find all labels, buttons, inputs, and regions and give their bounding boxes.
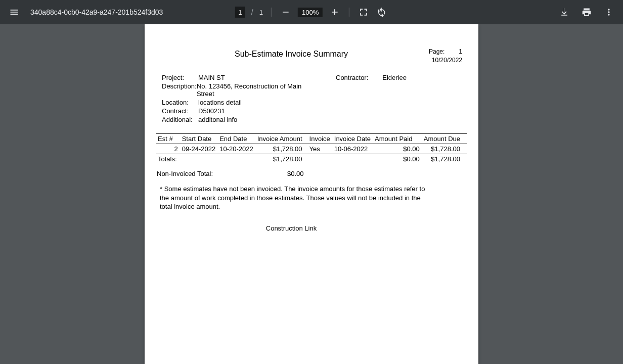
page-info: Page: 1 10/20/2022 [429, 48, 462, 65]
cell-invoice: Yes [304, 144, 332, 154]
pdf-viewer[interactable]: Sub-Estimate Invoice Summary Page: 1 10/… [0, 24, 623, 364]
totals-invoice-amount: $1,728.00 [255, 154, 304, 164]
page-label: Page: [429, 48, 444, 56]
estimates-table: Est # Start Date End Date Invoice Amount… [156, 133, 467, 164]
non-invoiced-row: Non-Invoiced Total: $0.00 [156, 170, 467, 177]
totals-label: Totals: [156, 154, 217, 164]
non-invoiced-value: $0.00 [287, 170, 300, 177]
col-est: Est # [156, 134, 180, 144]
pdf-toolbar: 340a88c4-0cb0-42a9-a247-201b524f3d03 / 1… [0, 0, 623, 24]
totals-amount-due: $1,728.00 [422, 154, 467, 164]
contract-value: D500231 [198, 107, 225, 115]
col-amount-due: Amount Due [422, 134, 467, 144]
additional-label: Additional: [162, 116, 198, 123]
zoom-out-icon[interactable] [280, 6, 292, 18]
page-number-input[interactable] [235, 7, 245, 18]
contractor-label: Contractor: [336, 74, 368, 124]
contractor-value: Elderlee [382, 74, 407, 124]
divider [271, 8, 272, 17]
fit-page-icon[interactable] [358, 6, 370, 18]
zoom-in-icon[interactable] [329, 6, 341, 18]
col-amount-paid: Amount Paid [373, 134, 422, 144]
col-end: End Date [217, 134, 255, 144]
contract-label: Contract: [162, 107, 198, 115]
table-row: 2 09-24-2022 10-20-2022 $1,728.00 Yes 10… [156, 144, 467, 154]
totals-row: Totals: $1,728.00 $0.00 $1,728.00 [156, 154, 467, 164]
project-value: MAIN ST [198, 74, 225, 81]
more-icon[interactable] [603, 6, 615, 18]
col-invoice-date: Invoice Date [332, 134, 373, 144]
page-number: 1 [459, 48, 462, 56]
zoom-level[interactable]: 100% [298, 8, 323, 17]
page-separator: / [251, 8, 253, 16]
footnote: * Some estimates have not been invoiced.… [156, 185, 467, 211]
totals-amount-paid: $0.00 [373, 154, 422, 164]
document-title: Sub-Estimate Invoice Summary [136, 50, 447, 59]
description-label: Description: [162, 82, 197, 98]
col-invoice: Invoice [304, 134, 332, 144]
print-icon[interactable] [581, 6, 593, 18]
divider [349, 8, 349, 17]
document-filename: 340a88c4-0cb0-42a9-a247-201b524f3d03 [30, 8, 163, 16]
col-start: Start Date [180, 134, 218, 144]
cell-amount-paid: $0.00 [373, 144, 422, 154]
location-value: locations detail [198, 99, 242, 106]
document-date: 10/20/2022 [429, 56, 462, 65]
cell-amount-due: $1,728.00 [422, 144, 467, 154]
page-total: 1 [259, 9, 263, 16]
download-icon[interactable] [558, 6, 570, 18]
additional-value: additonal info [198, 116, 237, 123]
location-label: Location: [162, 99, 198, 106]
pdf-page: Sub-Estimate Invoice Summary Page: 1 10/… [145, 24, 478, 364]
cell-est: 2 [156, 144, 180, 154]
cell-invoice-amount: $1,728.00 [255, 144, 304, 154]
project-label: Project: [162, 74, 198, 81]
col-invoice-amount: Invoice Amount [255, 134, 304, 144]
info-block: Project: MAIN ST Description: No. 123456… [156, 74, 467, 124]
cell-start: 09-24-2022 [180, 144, 218, 154]
table-header-row: Est # Start Date End Date Invoice Amount… [156, 134, 467, 144]
menu-icon[interactable] [8, 6, 20, 18]
footer-text: Construction Link [136, 224, 447, 232]
cell-invoice-date: 10-06-2022 [332, 144, 373, 154]
rotate-icon[interactable] [376, 6, 388, 18]
description-value: No. 123456, Reconstruction of Main Stree… [197, 82, 316, 98]
non-invoiced-label: Non-Invoiced Total: [157, 170, 287, 177]
cell-end: 10-20-2022 [217, 144, 255, 154]
